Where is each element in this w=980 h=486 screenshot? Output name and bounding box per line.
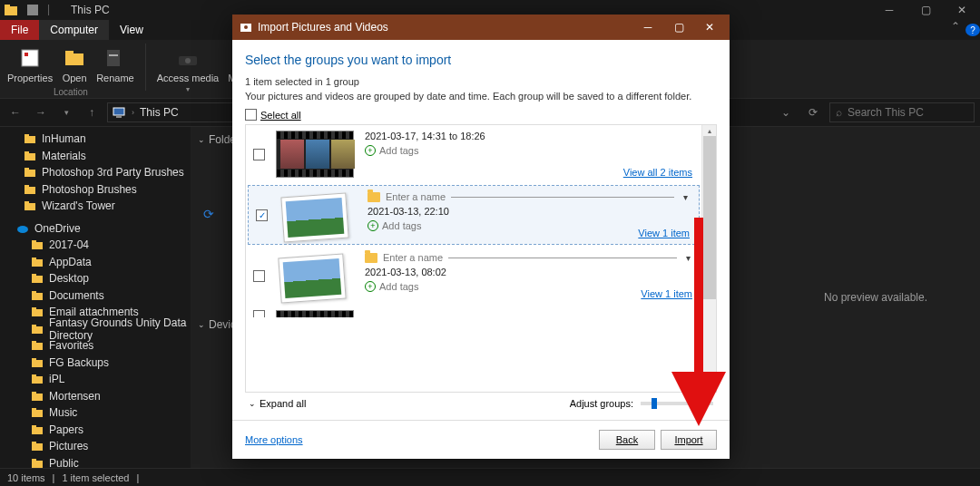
dialog-heading: Select the groups you want to import [245, 53, 717, 67]
svg-rect-22 [24, 168, 29, 170]
window-title: This PC [71, 4, 110, 16]
scrollbar[interactable]: ▴ [701, 125, 716, 392]
properties-button[interactable]: Properties [5, 44, 54, 85]
svg-rect-23 [24, 187, 35, 194]
group-checkbox[interactable] [253, 149, 265, 160]
svg-rect-20 [24, 151, 29, 154]
view-items-link[interactable]: View all 2 items [623, 167, 692, 178]
expand-all[interactable]: ⌄Expand all [249, 398, 306, 409]
search-input[interactable]: ⌕ Search This PC [829, 102, 975, 122]
dialog-minimize[interactable]: ─ [635, 18, 661, 36]
svg-rect-37 [32, 307, 36, 310]
rename-button[interactable]: Rename [94, 44, 136, 85]
group-checkbox[interactable]: ✓ [256, 209, 268, 221]
close-button[interactable]: ✕ [944, 0, 980, 20]
import-group[interactable]: Enter a name▾ 2021-03-13, 08:02 +Add tag… [246, 247, 701, 305]
view-items-link[interactable]: View 1 item [641, 288, 692, 299]
tree-item[interactable]: Music [0, 404, 191, 422]
import-button[interactable]: Import [661, 430, 717, 450]
svg-rect-47 [32, 392, 36, 394]
tree-item[interactable]: Public [0, 455, 191, 469]
add-tags[interactable]: +Add tags [365, 145, 694, 156]
forward-button[interactable]: → [31, 102, 51, 122]
tree-item[interactable]: Papers [0, 422, 191, 439]
tree-item[interactable]: Desktop [0, 270, 191, 287]
svg-rect-2 [27, 5, 38, 15]
import-dialog: Import Pictures and Videos ─ ▢ ✕ Select … [232, 15, 730, 459]
ribbon-collapse[interactable]: ⌃ [946, 20, 965, 40]
adjust-slider[interactable] [641, 402, 713, 405]
svg-rect-33 [32, 274, 36, 277]
import-group[interactable]: ✓ Enter a name▾ 2021-03-13, 22:10 +Add t… [248, 185, 700, 245]
svg-rect-28 [32, 242, 43, 249]
help-icon[interactable]: ? [965, 24, 980, 36]
minimize-button[interactable]: ─ [871, 0, 907, 20]
tree-item[interactable]: Wizard's Tower [0, 198, 191, 215]
status-bar: 10 items | 1 item selected | [0, 468, 980, 486]
status-count: 10 items [7, 472, 45, 483]
svg-rect-4 [24, 53, 28, 56]
refresh-button[interactable]: ⟳ [802, 102, 824, 123]
svg-rect-49 [32, 408, 36, 411]
svg-rect-44 [32, 376, 43, 384]
recent-button[interactable]: ▾ [56, 102, 76, 122]
svg-rect-30 [32, 259, 43, 267]
more-options-link[interactable]: More options [245, 434, 303, 445]
scrollbar-thumb[interactable] [703, 136, 716, 299]
save-icon[interactable] [25, 3, 40, 17]
tree-item[interactable]: InHuman [0, 131, 191, 148]
adjust-label: Adjust groups: [570, 398, 633, 409]
group-checkbox[interactable] [253, 270, 265, 282]
svg-rect-24 [24, 185, 29, 188]
svg-rect-51 [32, 425, 36, 428]
open-button[interactable]: Open [60, 44, 89, 85]
tree-item[interactable]: Fantasy Grounds Unity Data Directory [0, 321, 191, 338]
svg-rect-26 [24, 201, 29, 204]
svg-rect-32 [32, 276, 43, 283]
import-group[interactable]: 2021-03-17, 14:31 to 18:26 +Add tags Vie… [246, 125, 701, 183]
tree-item[interactable]: Pictures [0, 438, 191, 455]
dialog-maximize[interactable]: ▢ [666, 18, 691, 36]
svg-rect-34 [32, 293, 43, 300]
tree-item[interactable]: FG Backups [0, 355, 191, 372]
dialog-sub1: 1 item selected in 1 group [245, 76, 717, 87]
dialog-sub2: Your pictures and videos are grouped by … [245, 91, 717, 102]
svg-rect-0 [5, 6, 17, 15]
tab-view[interactable]: View [109, 20, 154, 40]
access-media-button[interactable]: Access media▾ [155, 44, 220, 95]
tree-item[interactable]: Materials [0, 148, 191, 165]
svg-rect-16 [116, 116, 122, 118]
tree-item[interactable]: Photoshop 3rd Party Brushes [0, 164, 191, 181]
svg-rect-45 [32, 374, 36, 377]
view-items-link[interactable]: View 1 item [638, 228, 690, 238]
tree-item[interactable]: AppData [0, 254, 191, 271]
tree-item[interactable]: 2017-04 [0, 237, 191, 254]
svg-point-57 [244, 25, 248, 29]
breadcrumb[interactable]: This PC [140, 106, 179, 119]
nav-tree[interactable]: InHumanMaterialsPhotoshop 3rd Party Brus… [0, 127, 191, 468]
tree-item[interactable]: Photoshop Brushes [0, 181, 191, 199]
dialog-title: Import Pictures and Videos [258, 21, 388, 34]
tree-onedrive[interactable]: OneDrive [0, 220, 191, 238]
name-dropdown[interactable]: ▾ [680, 192, 691, 202]
up-button[interactable]: ↑ [82, 102, 102, 122]
svg-rect-3 [22, 50, 38, 66]
svg-rect-8 [109, 54, 118, 56]
back-button[interactable]: ← [5, 102, 25, 122]
svg-rect-36 [32, 309, 43, 316]
thispc-icon [112, 105, 126, 120]
maximize-button[interactable]: ▢ [907, 0, 944, 20]
tree-item[interactable]: Documents [0, 287, 191, 305]
tab-computer[interactable]: Computer [39, 20, 109, 40]
tab-file[interactable]: File [0, 20, 39, 40]
name-dropdown[interactable]: ▾ [682, 253, 694, 263]
tree-item[interactable]: Mortensen [0, 388, 191, 405]
select-all-checkbox[interactable]: Select all [245, 109, 717, 121]
svg-rect-55 [32, 459, 36, 462]
tree-item[interactable]: iPL [0, 371, 191, 388]
addr-dropdown[interactable]: ⌄ [775, 102, 797, 123]
svg-rect-50 [32, 427, 43, 434]
dialog-titlebar[interactable]: Import Pictures and Videos ─ ▢ ✕ [232, 15, 730, 40]
dialog-close[interactable]: ✕ [697, 18, 722, 36]
back-button-dlg[interactable]: Back [599, 430, 655, 450]
